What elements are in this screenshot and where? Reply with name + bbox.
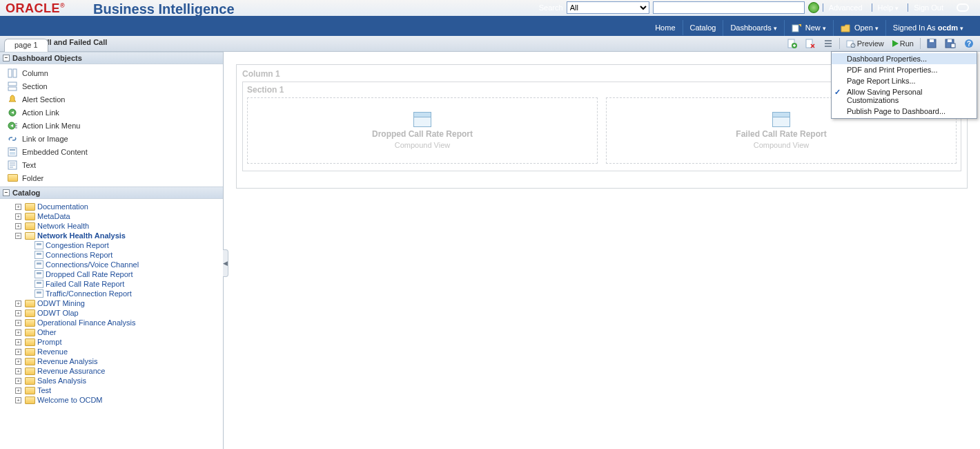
sign-out-link[interactable]: Sign Out (908, 3, 949, 12)
folder-icon (25, 338, 35, 346)
report-view: Compound View (395, 141, 451, 149)
svg-rect-21 (10, 149, 15, 151)
dashboard-object-item[interactable]: Section (0, 79, 223, 93)
dashboard-object-item[interactable]: Embedded Content (0, 145, 223, 158)
object-icon (7, 107, 18, 117)
save-as-button[interactable] (941, 37, 959, 50)
search-input[interactable] (653, 1, 805, 14)
expand-icon[interactable]: + (15, 310, 21, 316)
dashboard-object-item[interactable]: Text (0, 158, 223, 171)
expand-icon[interactable]: + (15, 223, 21, 229)
folder-label: ODWT Olap (37, 309, 79, 317)
menu-item[interactable]: ✓Allow Saving Personal Customizations (832, 86, 977, 106)
report-icon (35, 260, 43, 269)
tab-strip: page 1 (4, 39, 48, 52)
tools-menu-button[interactable] (820, 37, 836, 50)
catalog-folder[interactable]: +Sales Analysis (15, 376, 223, 385)
svg-rect-8 (930, 39, 934, 42)
menu-item-label: Allow Saving Personal Customizations (847, 88, 971, 104)
preview-button[interactable]: Preview (843, 37, 888, 50)
catalog-header[interactable]: − Catalog (0, 187, 223, 199)
tab-page-1[interactable]: page 1 (4, 39, 48, 52)
menu-item[interactable]: PDF and Print Properties... (832, 64, 977, 75)
nav-dashboards[interactable]: Dashboards▾ (723, 20, 783, 36)
catalog-folder[interactable]: +MetaData (15, 211, 223, 221)
catalog-folder[interactable]: +Welcome to OCDM (15, 395, 223, 405)
delete-page-button[interactable] (802, 37, 819, 50)
catalog-folder[interactable]: +Network Health (15, 221, 223, 231)
nav-open[interactable]: Open▾ (833, 20, 885, 36)
menu-item[interactable]: Dashboard Properties... (832, 53, 977, 64)
catalog-report[interactable]: Connections/Voice Channel (35, 260, 223, 269)
svg-text:?: ? (967, 40, 971, 48)
save-button[interactable] (923, 37, 940, 50)
dashboard-object-item[interactable]: Column (0, 66, 223, 79)
expand-icon[interactable]: + (15, 378, 21, 384)
folder-icon (25, 319, 35, 327)
catalog-folder[interactable]: +Other (15, 327, 223, 337)
run-button[interactable]: Run (889, 37, 917, 50)
save-as-icon (945, 39, 956, 48)
catalog-folder[interactable]: +Revenue (15, 347, 223, 356)
splitter-handle[interactable]: ◀ (223, 249, 228, 277)
catalog-report[interactable]: Dropped Call Rate Report (35, 269, 223, 279)
collapse-icon[interactable]: − (15, 233, 21, 239)
dashboard-object-item[interactable]: Action Link Menu (0, 119, 223, 132)
canvas-report[interactable]: Dropped Call Rate ReportCompound View (247, 97, 598, 164)
catalog-folder[interactable]: +Revenue Assurance (15, 366, 223, 376)
help-menu[interactable]: Help▾ (872, 3, 905, 12)
catalog-report[interactable]: Connections Report (35, 250, 223, 260)
dashboard-object-item[interactable]: Action Link (0, 106, 223, 119)
expand-icon[interactable]: + (15, 388, 21, 394)
catalog-report[interactable]: Failed Call Rate Report (35, 279, 223, 289)
expand-icon[interactable]: + (15, 349, 21, 355)
catalog-folder[interactable]: +Test (15, 385, 223, 395)
dashboard-objects-header[interactable]: − Dashboard Objects (0, 52, 223, 64)
expand-icon[interactable]: + (15, 368, 21, 374)
collapse-icon[interactable]: − (3, 189, 10, 196)
expand-icon[interactable]: + (15, 397, 21, 403)
catalog-folder[interactable]: +ODWT Mining (15, 298, 223, 308)
expand-icon[interactable]: + (15, 213, 21, 220)
menu-item[interactable]: Page Report Links... (832, 75, 977, 86)
catalog-folder[interactable]: +Revenue Analysis (15, 356, 223, 366)
object-label: Action Link Menu (22, 122, 80, 130)
menu-item-label: PDF and Print Properties... (847, 66, 937, 74)
dashboard-object-item[interactable]: Folder (0, 171, 223, 184)
folder-label: Network Health (37, 222, 89, 230)
advanced-link[interactable]: Advanced (823, 3, 868, 12)
help-button[interactable]: ? (961, 37, 977, 50)
search-scope-select[interactable]: All (567, 1, 649, 14)
object-icon (7, 146, 18, 157)
add-page-button[interactable] (784, 37, 801, 50)
menu-item[interactable]: Publish Page to Dashboard... (832, 106, 977, 117)
expand-icon[interactable]: + (15, 320, 21, 326)
signed-in-as: Signed In As ocdm▾ (885, 20, 970, 36)
catalog-report[interactable]: Traffic/Connection Report (35, 289, 223, 298)
catalog-folder[interactable]: −Network Health Analysis (15, 231, 223, 240)
menu-item-label: Publish Page to Dashboard... (847, 107, 945, 115)
catalog-folder[interactable]: +Documentation (15, 202, 223, 211)
dashboard-object-item[interactable]: Link or Image (0, 132, 223, 145)
folder-icon (25, 377, 35, 385)
collapse-icon[interactable]: − (3, 55, 10, 61)
search-go-button[interactable] (808, 2, 819, 13)
catalog-report[interactable]: Congestion Report (35, 240, 223, 250)
object-label: Section (22, 82, 48, 90)
expand-icon[interactable]: + (15, 339, 21, 345)
report-icon (35, 270, 43, 278)
nav-new[interactable]: New▾ (784, 20, 833, 36)
power-icon (957, 3, 969, 12)
expand-icon[interactable]: + (15, 204, 21, 210)
expand-icon[interactable]: + (15, 329, 21, 336)
nav-home[interactable]: Home (648, 20, 682, 35)
expand-icon[interactable]: + (15, 300, 21, 307)
catalog-folder[interactable]: +ODWT Olap (15, 308, 223, 318)
expand-icon[interactable]: + (15, 359, 21, 365)
dashboard-object-item[interactable]: Alert Section (0, 93, 223, 106)
catalog-folder[interactable]: +Operational Finance Analysis (15, 318, 223, 327)
catalog-folder[interactable]: +Prompt (15, 337, 223, 347)
nav-catalog[interactable]: Catalog (683, 20, 723, 35)
report-label: Connections Report (46, 251, 112, 259)
report-label: Failed Call Rate Report (46, 280, 124, 288)
